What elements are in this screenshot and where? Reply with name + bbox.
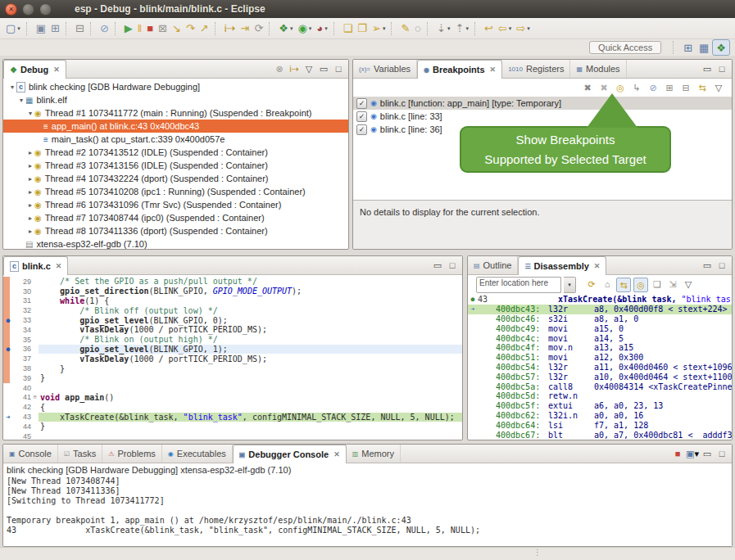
view-menu-button[interactable]: ▽ bbox=[682, 278, 695, 291]
code-line[interactable]: 30 gpio_set_direction(BLINK_GPIO, GPIO_M… bbox=[3, 287, 462, 296]
tab-variables[interactable]: (x)=Variables bbox=[353, 60, 417, 78]
copy-button[interactable]: ❏ bbox=[651, 278, 664, 291]
annotation-nav-button[interactable]: ⇣▾ bbox=[434, 20, 452, 37]
last-edit-location-button[interactable]: ↩ bbox=[482, 20, 496, 37]
code-line[interactable]: ●33 gpio_set_level(BLINK_GPIO, 0); bbox=[3, 315, 462, 325]
debug-tree-item[interactable]: ≡app_main() at blink.c:43 0x400dbc43 bbox=[3, 120, 348, 133]
minimize-button[interactable]: ▭ bbox=[701, 62, 714, 75]
disassembly-line[interactable]: 400dbc5d:retw.n bbox=[468, 391, 732, 401]
disassembly-line[interactable]: 400dbc5f:extuia6, a0, 23, 13 bbox=[468, 401, 732, 411]
expander-icon[interactable]: ▸ bbox=[26, 149, 34, 156]
disassembly-line[interactable]: 400dbc4c:movia14, 5 bbox=[468, 333, 732, 343]
disconnect-button[interactable]: ⊠ bbox=[156, 20, 170, 37]
step-into-button[interactable]: ↘ bbox=[170, 20, 184, 37]
debug-perspective-button[interactable]: ❖ bbox=[712, 39, 730, 56]
terminate-button[interactable]: ■ bbox=[144, 20, 156, 37]
disassembly-line[interactable]: ●43xTaskCreate(&blink_task, "blink_tas bbox=[468, 295, 732, 305]
debug-button[interactable]: ❖▾ bbox=[276, 20, 295, 37]
go-to-file-button[interactable]: ↳ bbox=[630, 81, 643, 94]
expander-icon[interactable]: ▸ bbox=[26, 162, 34, 169]
external-tools-button[interactable]: ➢▾ bbox=[370, 20, 388, 37]
debug-tree-item[interactable]: ▸◉Thread #8 1073411336 (dport) (Suspende… bbox=[3, 224, 348, 237]
sync-selection-button[interactable]: ⇆ bbox=[616, 278, 631, 292]
code-line[interactable]: 45 bbox=[3, 431, 462, 440]
disassembly-listing[interactable]: ●43xTaskCreate(&blink_task, "blink_tas➔4… bbox=[468, 295, 732, 440]
expander-icon[interactable]: ▸ bbox=[26, 188, 34, 196]
location-dropdown-button[interactable]: ▾ bbox=[564, 277, 576, 293]
profile-button[interactable]: ⟳ bbox=[252, 20, 265, 37]
view-menu-button[interactable]: ▽ bbox=[302, 62, 315, 75]
fold-icon[interactable]: ⊖ bbox=[31, 394, 39, 400]
window-minimize-button[interactable] bbox=[22, 3, 34, 16]
code-line[interactable]: ●36 gpio_set_level(BLINK_GPIO, 1); bbox=[3, 345, 462, 355]
close-icon[interactable]: ✕ bbox=[56, 262, 62, 270]
save-button[interactable]: ▣ bbox=[34, 20, 48, 37]
link-with-debug-button[interactable]: ⇆ bbox=[696, 81, 709, 94]
instruction-pointer-icon[interactable]: ➔ bbox=[3, 413, 13, 421]
instruction-stepping-mode-button[interactable]: i⇢ bbox=[288, 62, 301, 75]
expand-all-button[interactable]: ⊞ bbox=[663, 81, 676, 94]
step-over-button[interactable]: ↷ bbox=[184, 20, 197, 37]
remove-breakpoint-button[interactable]: ✖ bbox=[581, 81, 594, 94]
disassembly-line[interactable]: 400dbc57:l32ra10, 0x400d0464 <_stext+110… bbox=[468, 372, 732, 382]
code-line[interactable]: 35 /* Blink on (output high) */ bbox=[3, 335, 462, 345]
skip-all-breakpoints-button[interactable]: ⊘ bbox=[647, 81, 660, 94]
code-line[interactable]: ➔43 xTaskCreate(&blink_task, "blink_task… bbox=[3, 412, 462, 422]
expander-icon[interactable]: ▸ bbox=[26, 215, 34, 222]
show-supported-breakpoints-button[interactable]: ◎ bbox=[614, 81, 627, 94]
debug-tree-item[interactable]: ▸◉Thread #5 1073410208 (ipc1 : Running) … bbox=[3, 185, 348, 198]
disassembly-line[interactable]: 400dbc67:blta0, a7, 0x400dbc81 <__adddf3… bbox=[468, 430, 732, 440]
highlight-button[interactable]: ✎ bbox=[398, 20, 412, 37]
tab-disassembly[interactable]: ☰Disassembly✕ bbox=[518, 256, 606, 275]
disassembly-line[interactable]: 400dbc51:movia12, 0x300 bbox=[468, 353, 732, 363]
open-perspective-button[interactable]: ⊞ bbox=[680, 40, 696, 55]
tab-debugger-console[interactable]: ▣Debugger Console✕ bbox=[233, 445, 347, 463]
maximize-button[interactable]: □ bbox=[446, 259, 459, 272]
breakpoint-item[interactable]: ✓◉blink.c [line: 33] bbox=[353, 110, 732, 123]
expander-icon[interactable]: ▾ bbox=[8, 84, 16, 91]
breakpoint-item[interactable]: ✓◉blink.c [function: app_main] [type: Te… bbox=[353, 97, 732, 110]
disassembly-line[interactable]: ➔400dbc43:l32ra8, 0x400d00f8 <_stext+224… bbox=[468, 305, 732, 314]
code-line[interactable]: 34 vTaskDelay(1000 / portTICK_PERIOD_MS)… bbox=[3, 325, 462, 335]
debug-tree-item[interactable]: ▤xtensa-esp32-elf-gdb (7.10) bbox=[3, 237, 348, 250]
debug-tree-item[interactable]: ▾◉Thread #1 1073411772 (main : Running) … bbox=[3, 106, 348, 120]
maximize-button[interactable]: □ bbox=[715, 447, 728, 460]
breakpoint-icon[interactable]: ● bbox=[3, 317, 13, 324]
maximize-button[interactable]: □ bbox=[715, 62, 728, 75]
sash-grip[interactable]: ⋮ bbox=[533, 548, 542, 557]
disassembly-line[interactable]: 400dbc49:movia15, 0 bbox=[468, 323, 732, 333]
disassembly-line[interactable]: 400dbc62:l32i.na0, a0, 16 bbox=[468, 411, 732, 421]
open-file-button[interactable]: ❏ bbox=[341, 20, 356, 37]
tab-outline[interactable]: ▤Outline bbox=[468, 256, 518, 274]
tab-memory[interactable]: ▥Memory bbox=[347, 445, 401, 463]
debug-tree-item[interactable]: ▾▦blink.elf bbox=[3, 93, 348, 106]
tab-executables[interactable]: ◉Executables bbox=[162, 445, 233, 463]
mark-occurrences-button[interactable]: ◌ bbox=[412, 20, 424, 37]
code-line[interactable]: 37 vTaskDelay(1000 / portTICK_PERIOD_MS)… bbox=[3, 354, 462, 364]
code-line[interactable]: 42{ bbox=[3, 402, 462, 412]
code-line[interactable]: 44} bbox=[3, 422, 462, 431]
maximize-button[interactable]: □ bbox=[715, 259, 728, 272]
debug-tree-item[interactable]: ≡main_task() at cpu_start.c:339 0x400d05… bbox=[3, 133, 348, 146]
suspend-button[interactable]: ‖ bbox=[135, 20, 144, 37]
open-folder-button[interactable]: ❐ bbox=[355, 20, 370, 37]
expander-icon[interactable]: ▸ bbox=[26, 201, 34, 209]
debug-tree-item[interactable]: ▸◉Thread #3 1073413156 (IDLE) (Suspended… bbox=[3, 159, 348, 172]
skip-all-breakpoints-button[interactable]: ⊘ bbox=[98, 20, 111, 37]
tab-console[interactable]: ▣Console bbox=[3, 445, 58, 463]
tab-modules[interactable]: ▦Modules bbox=[570, 60, 626, 78]
tab-problems[interactable]: ⚠Problems bbox=[102, 445, 162, 463]
code-editor[interactable]: 29 /* Set the GPIO as a push/pull output… bbox=[3, 275, 462, 440]
disassembly-line[interactable]: 400dbc5a:call80x40084314 <xTaskCreatePin… bbox=[468, 382, 732, 391]
disassembly-line[interactable]: 400dbc6a:bnonea0, a1, 0x400dbc8b <__addd… bbox=[468, 440, 732, 440]
next-annotation-button[interactable]: ⇡▾ bbox=[452, 20, 470, 37]
view-menu-button[interactable]: ▽ bbox=[712, 81, 725, 94]
debug-tree-item[interactable]: ▸◉Thread #2 1073413512 (IDLE) (Suspended… bbox=[3, 146, 348, 159]
quick-access-button[interactable]: Quick Access bbox=[589, 41, 661, 54]
show-source-button[interactable]: ◎ bbox=[633, 278, 648, 292]
minimize-button[interactable]: ▭ bbox=[701, 447, 714, 460]
collapse-all-button[interactable]: ⊟ bbox=[679, 81, 692, 94]
expander-icon[interactable]: ▸ bbox=[26, 228, 34, 235]
debug-tree-item[interactable]: ▸◉Thread #7 1073408744 (ipc0) (Suspended… bbox=[3, 211, 348, 224]
display-selected-console-button[interactable]: ▣▾ bbox=[686, 447, 699, 460]
